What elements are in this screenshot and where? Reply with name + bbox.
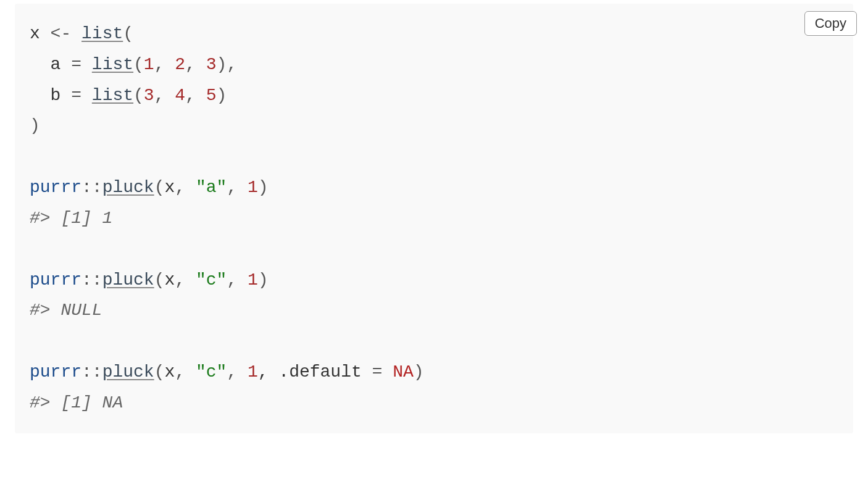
- code-token: ::: [81, 362, 102, 382]
- code-token: ): [217, 55, 227, 74]
- code-content: x <- list( a = list(1, 2, 3), b = list(3…: [30, 19, 838, 419]
- list-link[interactable]: list: [92, 86, 133, 105]
- code-output: #> NULL: [30, 301, 102, 320]
- code-token: ,: [175, 270, 196, 290]
- copy-button[interactable]: Copy: [804, 11, 857, 36]
- code-token: 5: [206, 86, 217, 105]
- code-token: ,: [227, 270, 248, 290]
- code-token: a: [30, 55, 71, 74]
- code-token: purrr: [30, 362, 81, 382]
- code-token: =: [71, 86, 92, 105]
- code-block: Copy x <- list( a = list(1, 2, 3), b = l…: [15, 4, 853, 433]
- code-token: NA: [393, 362, 414, 382]
- code-token: "c": [196, 362, 227, 382]
- code-output: #> [1] NA: [30, 393, 123, 412]
- code-token: "a": [196, 178, 227, 197]
- code-token: (: [133, 55, 144, 74]
- list-link[interactable]: list: [92, 55, 133, 74]
- code-token: ,: [227, 362, 248, 382]
- code-token: 3: [206, 55, 217, 74]
- code-token: , .default: [258, 362, 372, 382]
- code-token: ): [258, 178, 269, 197]
- code-token: x: [164, 362, 175, 382]
- code-token: ,: [227, 178, 248, 197]
- code-token: b: [30, 86, 71, 105]
- code-token: ,: [227, 55, 237, 74]
- code-token: <-: [40, 24, 81, 43]
- code-token: (: [154, 270, 165, 290]
- code-token: ,: [154, 86, 175, 105]
- code-token: 1: [248, 270, 258, 290]
- code-token: x: [164, 178, 175, 197]
- code-token: (: [133, 86, 144, 105]
- list-link[interactable]: list: [81, 24, 123, 43]
- code-token: ,: [154, 55, 175, 74]
- pluck-link[interactable]: pluck: [102, 178, 154, 197]
- code-token: 1: [144, 55, 154, 74]
- code-token: ,: [175, 178, 196, 197]
- code-token: 1: [248, 178, 258, 197]
- code-token: (: [154, 178, 165, 197]
- code-token: x: [164, 270, 175, 290]
- code-token: x: [30, 24, 40, 43]
- code-token: ): [258, 270, 269, 290]
- code-token: (: [123, 24, 133, 43]
- code-token: ): [30, 116, 40, 135]
- code-token: (: [154, 362, 165, 382]
- code-token: 4: [175, 86, 185, 105]
- code-token: 3: [144, 86, 154, 105]
- code-token: ): [217, 86, 227, 105]
- code-token: purrr: [30, 270, 81, 290]
- pluck-link[interactable]: pluck: [102, 270, 154, 290]
- code-token: ::: [81, 270, 102, 290]
- code-token: =: [71, 55, 92, 74]
- code-token: 2: [175, 55, 185, 74]
- code-token: purrr: [30, 178, 81, 197]
- code-token: =: [372, 362, 393, 382]
- code-token: 1: [248, 362, 258, 382]
- code-token: "c": [196, 270, 227, 290]
- code-output: #> [1] 1: [30, 209, 112, 228]
- code-token: ,: [185, 86, 206, 105]
- code-token: ,: [175, 362, 196, 382]
- code-token: ): [414, 362, 424, 382]
- code-token: ,: [185, 55, 206, 74]
- code-token: ::: [81, 178, 102, 197]
- pluck-link[interactable]: pluck: [102, 362, 154, 382]
